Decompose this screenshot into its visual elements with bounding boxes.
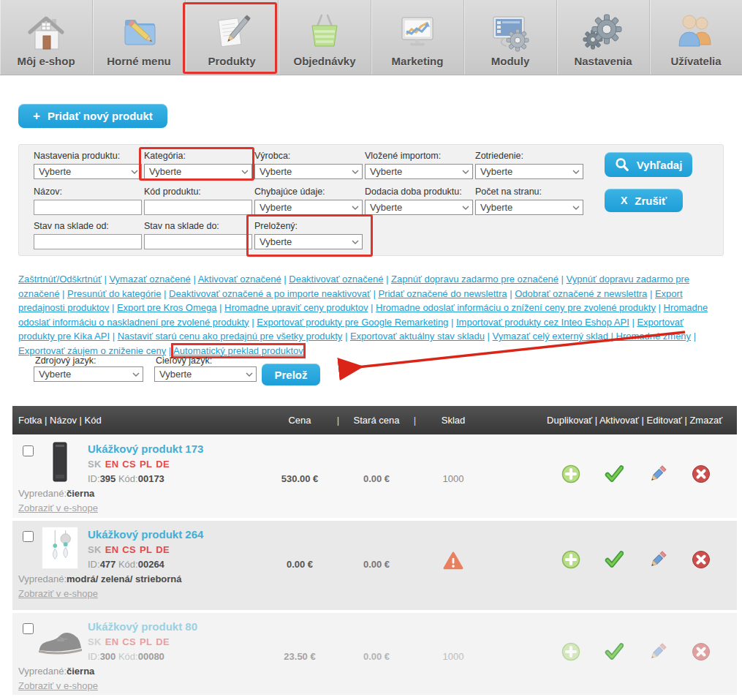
- activate-icon[interactable]: [605, 642, 624, 661]
- bulk-link[interactable]: Deaktivovať označené a po importe neakti…: [169, 288, 371, 299]
- nav-item-moduly[interactable]: Moduly: [464, 0, 557, 75]
- table-row: Ukážkový produkt 173 SKENCSPLDE ID:395 K…: [12, 435, 737, 518]
- nav-item-produkty[interactable]: Produkty: [186, 0, 279, 75]
- bulk-link[interactable]: Aktivovať označené: [198, 274, 281, 285]
- add-product-label: Pridať nový produkt: [48, 110, 153, 122]
- delete-icon[interactable]: [692, 464, 711, 483]
- nastavenia-produktu-select[interactable]: Vyberte: [34, 164, 142, 179]
- select-value: Vyberte: [39, 369, 71, 380]
- nav-item-label: Produkty: [208, 55, 255, 67]
- bulk-link[interactable]: Nastaviť starú cenu ako predajnú pre vše…: [118, 331, 343, 342]
- bulk-link[interactable]: Exportovať aktuálny stav skladu: [350, 331, 485, 342]
- stav-od-label: Stav na sklade od:: [34, 221, 143, 231]
- kategoria-select[interactable]: Vyberte: [144, 164, 252, 179]
- delete-icon[interactable]: [692, 550, 711, 569]
- zotriedenie-select[interactable]: Vyberte: [475, 164, 583, 179]
- edit-icon[interactable]: [648, 550, 667, 569]
- basket-icon: [302, 10, 347, 55]
- table-row: Ukážkový produkt 80 SKENCSPLDE ID:300 Kó…: [12, 613, 737, 695]
- show-in-eshop-link[interactable]: Zobraziť v e-shope: [18, 680, 98, 691]
- prelozeny-select[interactable]: Vyberte: [254, 234, 363, 249]
- dodacia-doba-select[interactable]: Vyberte: [365, 200, 473, 215]
- product-name-link[interactable]: Ukážkový produkt 80: [88, 620, 197, 633]
- select-value: Vyberte: [260, 236, 292, 247]
- bulk-link[interactable]: Exportovať produkty pre Google Remarketi…: [257, 317, 448, 328]
- edit-icon[interactable]: [648, 464, 667, 483]
- nav-item-horne-menu[interactable]: Horné menu: [93, 0, 186, 75]
- cielovy-jazyk-select[interactable]: Vyberte: [154, 366, 257, 382]
- bulk-link[interactable]: Vymazať celý externý sklad: [493, 331, 608, 342]
- edit-icon[interactable]: [648, 642, 667, 661]
- product-name-link[interactable]: Ukážkový produkt 264: [88, 528, 203, 541]
- chybajuce-udaje-select[interactable]: Vyberte: [254, 200, 363, 215]
- bulk-link[interactable]: Hromadné zmeny: [616, 331, 692, 342]
- select-value: Vyberte: [149, 166, 181, 177]
- zdrojovy-jazyk-select[interactable]: Vyberte: [34, 366, 143, 382]
- bulk-link[interactable]: Vymazať označené: [109, 274, 190, 285]
- chevron-down-icon: [462, 170, 469, 174]
- nav-item-nastavenia[interactable]: Nastavenia: [557, 0, 650, 75]
- zdrojovy-jazyk-label: Zdrojový jazyk:: [35, 355, 96, 366]
- duplicate-icon[interactable]: [561, 464, 580, 483]
- translate-button[interactable]: Prelož: [262, 364, 320, 385]
- gears-icon: [580, 10, 626, 55]
- bulk-actions: Zaštrtnúť/OdškrtnúťVymazať označenéAktiv…: [18, 272, 722, 358]
- pocet-na-stranu-select[interactable]: Vyberte: [475, 200, 583, 215]
- bulk-link-auto-preklad[interactable]: Automatický preklad produktov: [173, 345, 303, 356]
- activate-icon[interactable]: [605, 464, 624, 483]
- language-flags: SKENCSPLDE: [88, 636, 197, 647]
- bulk-link[interactable]: Zapnúť dopravu zadarmo pre označené: [391, 274, 559, 285]
- activate-icon[interactable]: [605, 550, 624, 569]
- stav-od-input[interactable]: [34, 234, 142, 249]
- nav-item-objednavky[interactable]: Objednávky: [279, 0, 371, 75]
- chevron-down-icon: [132, 372, 140, 377]
- bulk-link[interactable]: Deaktivovať označené: [289, 274, 383, 285]
- bulk-link[interactable]: Hromadne upraviť ceny produktov: [224, 302, 368, 313]
- delete-icon[interactable]: [692, 642, 711, 661]
- cancel-button[interactable]: X Zrušiť: [605, 189, 683, 212]
- select-value: Vyberte: [39, 166, 71, 177]
- row-checkbox[interactable]: [23, 445, 34, 456]
- vlozene-importom-label: Vložené importom:: [365, 151, 474, 161]
- prelozeny-label: Preložený:: [254, 221, 364, 231]
- bulk-link[interactable]: Odobrať označené z newslettra: [515, 288, 647, 299]
- table-row: Ukážkový produkt 264 SKENCSPLDE ID:477 K…: [12, 521, 737, 610]
- bulk-link[interactable]: Pridať označené do newslettra: [378, 288, 507, 299]
- nav-item-uzivatelia[interactable]: Užívatelia: [650, 0, 742, 75]
- top-navigation: Môj e-shop Horné menu: [0, 0, 742, 75]
- nazov-input[interactable]: [34, 200, 142, 215]
- soldout-variant: Vypredané:modrá/ zelená/ strieborná: [18, 573, 182, 584]
- duplicate-icon[interactable]: [561, 642, 580, 661]
- bulk-link[interactable]: Hromadne odoslať informáciu o znížení ce…: [376, 302, 656, 313]
- vyrobca-select[interactable]: Vyberte: [254, 164, 363, 179]
- duplicate-icon[interactable]: [561, 550, 580, 569]
- search-button[interactable]: Vyhľadaj: [605, 152, 692, 177]
- product-id-code: ID:477 Kód:00264: [88, 559, 203, 570]
- nav-item-moj-eshop[interactable]: Môj e-shop: [0, 0, 93, 75]
- product-name-link[interactable]: Ukážkový produkt 173: [88, 443, 203, 455]
- nav-item-marketing[interactable]: Marketing: [371, 0, 464, 75]
- bulk-link[interactable]: Exportovať záujem o zniženie ceny: [18, 345, 166, 356]
- chevron-down-icon: [352, 240, 359, 244]
- kod-produktu-label: Kód produktu:: [144, 187, 254, 197]
- bulk-link[interactable]: Export pre Kros Omega: [117, 302, 217, 313]
- bulk-link[interactable]: Presunúť do kategórie: [67, 288, 161, 299]
- old-price-cell: 0.00 €: [340, 473, 413, 484]
- show-in-eshop-link[interactable]: Zobraziť v e-shope: [18, 503, 98, 513]
- stav-do-input[interactable]: [144, 234, 252, 249]
- row-checkbox[interactable]: [23, 623, 34, 634]
- product-id-code: ID:395 Kód:00173: [88, 473, 203, 484]
- bulk-link[interactable]: Importovať produkty cez Inteo Eshop API: [456, 317, 629, 328]
- bulk-link[interactable]: Zaštrtnúť/Odškrtnúť: [18, 274, 102, 285]
- vlozene-importom-select[interactable]: Vyberte: [365, 164, 473, 179]
- header-photo-name-code: Fotka | Názov | Kód: [18, 406, 102, 434]
- header-stara-cena: Stará cena: [340, 415, 413, 426]
- add-product-button[interactable]: + Pridať nový produkt: [18, 104, 167, 128]
- stock-cell: [417, 552, 490, 573]
- row-checkbox[interactable]: [23, 531, 34, 542]
- kod-produktu-input[interactable]: [144, 200, 252, 215]
- price-cell: 23.50 €: [263, 651, 336, 662]
- old-price-cell: 0.00 €: [340, 651, 413, 662]
- select-value: Vyberte: [370, 202, 402, 213]
- show-in-eshop-link[interactable]: Zobraziť v e-shope: [18, 588, 98, 599]
